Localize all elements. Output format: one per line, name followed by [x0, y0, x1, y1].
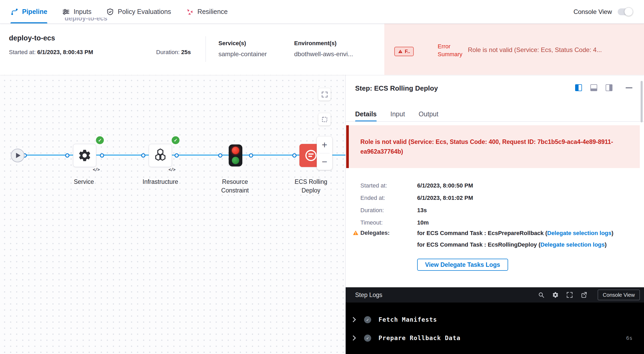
policy-shield-icon: [106, 8, 114, 16]
ecs-icon: [304, 148, 318, 163]
marquee-select-icon: [321, 116, 328, 123]
detail-label: Timeout:: [360, 219, 417, 226]
detail-value: 6/1/2023, 8:01:02 PM: [417, 195, 473, 201]
connector-port: [65, 153, 69, 158]
nav-tab-resilience[interactable]: Resilience: [186, 0, 228, 23]
zoom-in-button[interactable]: +: [317, 137, 332, 153]
connector-port: [292, 153, 297, 158]
log-step-duration: 6s: [626, 335, 632, 341]
pipeline-execution-page: deploy-to-ecs Pipeline Inputs: [0, 0, 644, 354]
node-label-infrastructure[interactable]: Infrastructure: [138, 178, 183, 186]
services-value[interactable]: sample-container: [218, 50, 267, 58]
panel-scrollbar[interactable]: [641, 81, 643, 122]
zoom-out-button[interactable]: −: [317, 153, 332, 170]
pipeline-name: deploy-to-ecs: [9, 34, 55, 42]
search-icon[interactable]: [538, 291, 545, 298]
delegate-task-text: ): [611, 230, 613, 236]
log-success-check-icon: ✓: [364, 335, 371, 342]
delegate-task-line: for ECS Command Task : EcsPrepareRollbac…: [417, 229, 633, 238]
tab-details[interactable]: Details: [355, 106, 377, 122]
zoom-controls: + −: [317, 137, 332, 170]
nav-tab-pipeline[interactable]: Pipeline: [11, 0, 47, 23]
detail-value: 6/1/2023, 8:00:50 PM: [417, 182, 473, 189]
console-view-switch[interactable]: [618, 8, 632, 15]
chevron-right-icon[interactable]: [351, 317, 356, 322]
switch-knob: [624, 7, 633, 16]
tab-input[interactable]: Input: [390, 106, 405, 122]
step-details-panel: Step: ECS Rolling Deploy Details Input O…: [345, 75, 644, 354]
delegate-task-text: ): [605, 241, 607, 248]
step-logs-body[interactable]: ✓ Fetch Manifests ✓ Prepare Rollback Dat…: [346, 303, 644, 354]
hexagons-icon: [153, 148, 167, 163]
chevron-right-icon[interactable]: [351, 335, 356, 341]
connector-port: [175, 153, 179, 158]
minimize-icon[interactable]: [626, 87, 632, 88]
step-error-banner: Role is not valid (Service: Ecs, Status …: [346, 125, 640, 168]
connector-port: [100, 153, 104, 158]
nav-tab-label: Inputs: [74, 8, 91, 15]
canvas-select-button[interactable]: [318, 113, 331, 126]
delegate-selection-logs-link[interactable]: Delegate selection logs: [540, 241, 605, 248]
check-glyph: ✓: [174, 138, 177, 143]
node-label-resource-constraint[interactable]: Resource Constraint: [209, 178, 261, 195]
nav-tab-label: Policy Evaluations: [118, 8, 171, 15]
step-details-list: Started at: 6/1/2023, 8:00:50 PM Ended a…: [360, 179, 473, 229]
run-summary: deploy-to-ecs Started at:6/1/2023, 8:00:…: [0, 24, 384, 75]
layout-full-drawer-icon[interactable]: [606, 84, 612, 91]
started-at-value: 6/1/2023, 8:00:43 PM: [37, 49, 93, 55]
node-service[interactable]: ✓ </>: [73, 144, 96, 167]
log-row: ✓ Prepare Rollback Data 6s: [346, 329, 644, 347]
node-label-ecs-rolling-deploy[interactable]: ECS Rolling Deploy: [285, 178, 337, 195]
environments-column: Environment(s) dbothwell-aws-envi...: [294, 40, 353, 58]
delegate-task-line: for ECS Command Task : EcsRollingDeploy …: [417, 240, 633, 249]
gear-icon[interactable]: [552, 291, 559, 298]
inputs-icon: [62, 8, 70, 16]
start-node[interactable]: [11, 149, 24, 162]
pipeline-canvas[interactable]: ✓ </> Service ✓ </> Infrastructure Resou…: [0, 75, 345, 354]
template-code-icon: </>: [168, 167, 175, 172]
node-infrastructure[interactable]: ✓ </>: [149, 144, 172, 167]
layout-right-drawer-icon[interactable]: [575, 84, 582, 91]
layout-bottom-drawer-icon[interactable]: [590, 84, 597, 91]
connector-port: [141, 153, 145, 158]
gear-icon: [78, 148, 92, 163]
panel-layout-controls: [575, 84, 632, 91]
nav-tabs: Pipeline Inputs Policy Evaluations: [11, 0, 228, 23]
connector-port: [218, 153, 222, 158]
log-step-name[interactable]: Prepare Rollback Data: [379, 335, 461, 341]
run-header: deploy-to-ecs Started at:6/1/2023, 8:00:…: [0, 24, 644, 75]
delegate-task-text: for ECS Command Task : EcsRollingDeploy …: [417, 241, 540, 248]
environments-value[interactable]: dbothwell-aws-envi...: [294, 50, 353, 58]
template-code-icon: </>: [93, 167, 100, 172]
detail-value: 10m: [417, 219, 473, 226]
nav-tab-policy-evaluations[interactable]: Policy Evaluations: [106, 0, 171, 23]
success-check-icon: ✓: [96, 136, 104, 144]
connector-port: [249, 153, 253, 158]
services-label: Service(s): [218, 40, 267, 47]
console-view-toggle-group: Console View: [574, 0, 632, 23]
delegate-selection-logs-link[interactable]: Delegate selection logs: [547, 230, 612, 236]
warning-triangle-icon: [352, 229, 360, 252]
nav-tab-inputs[interactable]: Inputs: [62, 0, 91, 23]
console-view-label: Console View: [574, 8, 612, 15]
failed-status-badge: F..: [394, 47, 414, 56]
environments-label: Environment(s): [294, 40, 353, 47]
node-resource-constraint[interactable]: [229, 144, 242, 166]
step-logs-title: Step Logs: [355, 291, 382, 299]
expand-icon[interactable]: [566, 291, 573, 298]
error-summary-strip: F.. Error Summary Role is not valid (Ser…: [384, 24, 644, 75]
error-summary-message[interactable]: Role is not valid (Service: Ecs, Status …: [468, 46, 636, 54]
console-toolbar: Console View: [538, 290, 640, 300]
resilience-chaos-icon: [186, 8, 194, 16]
view-delegate-tasks-logs-button[interactable]: View Delegate Tasks Logs: [417, 259, 508, 271]
top-nav-bar: deploy-to-ecs Pipeline Inputs: [0, 0, 644, 24]
external-link-icon[interactable]: [580, 291, 587, 298]
node-label-service[interactable]: Service: [62, 178, 106, 186]
canvas-fullscreen-button[interactable]: [318, 88, 331, 101]
delegate-task-text: for ECS Command Task : EcsPrepareRollbac…: [417, 230, 547, 236]
duration-value: 25s: [181, 49, 191, 55]
failed-badge-text: F..: [405, 49, 410, 54]
tab-output[interactable]: Output: [419, 106, 438, 122]
console-view-button[interactable]: Console View: [598, 290, 640, 300]
log-step-name[interactable]: Fetch Manifests: [379, 316, 437, 323]
